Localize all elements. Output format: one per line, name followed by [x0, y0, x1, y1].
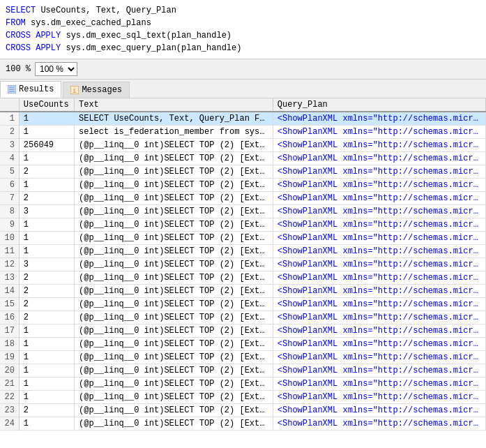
row-number: 1	[0, 112, 19, 126]
cell-queryplan[interactable]: <ShowPlanXML xmlns="http://schemas.micro…	[273, 192, 485, 205]
table-row: 181(@p__linq__0 int)SELECT TOP (2) [Exte…	[0, 338, 486, 351]
code-line-2: FROM sys.dm_exec_cached_plans	[6, 17, 480, 29]
table-row: 132(@p__linq__0 int)SELECT TOP (2) [Exte…	[0, 271, 486, 285]
row-number: 16	[0, 311, 19, 324]
cell-usecounts: 2	[19, 285, 74, 298]
row-number: 15	[0, 298, 19, 311]
table-row: 241(@p__linq__0 int)SELECT TOP (2) [Exte…	[0, 417, 486, 431]
cell-queryplan[interactable]: <ShowPlanXML xmlns="http://schemas.micro…	[273, 139, 485, 152]
cell-queryplan[interactable]: <ShowPlanXML xmlns="http://schemas.micro…	[273, 338, 485, 351]
results-icon	[8, 85, 16, 94]
row-number: 2	[0, 126, 19, 139]
code-line-1: SELECT UseCounts, Text, Query_Plan	[6, 4, 480, 17]
cell-text: (@p__linq__0 int)SELECT TOP (2) [Extent1…	[75, 271, 273, 285]
tab-results[interactable]: Results	[0, 81, 61, 98]
cell-queryplan[interactable]: <ShowPlanXML xmlns="http://schemas.micro…	[273, 179, 485, 192]
row-number: 14	[0, 285, 19, 298]
table-row: 83(@p__linq__0 int)SELECT TOP (2) [Exten…	[0, 205, 486, 218]
cell-queryplan[interactable]: <ShowPlanXML xmlns="http://schemas.micro…	[273, 378, 485, 391]
table-row: 101(@p__linq__0 int)SELECT TOP (2) [Exte…	[0, 232, 486, 245]
col-header-usecounts[interactable]: UseCounts	[19, 98, 74, 112]
cell-usecounts: 1	[19, 218, 74, 232]
cell-queryplan[interactable]: <ShowPlanXML xmlns="http://schemas.micro…	[273, 364, 485, 378]
table-row: 52(@p__linq__0 int)SELECT TOP (2) [Exten…	[0, 165, 486, 179]
cell-usecounts: 1	[19, 126, 74, 139]
cell-text: (@p__linq__0 int)SELECT TOP (2) [Extent1…	[75, 364, 273, 378]
cell-text: (@p__linq__0 int)SELECT TOP (2) [Extent1…	[75, 218, 273, 232]
cell-queryplan[interactable]: <ShowPlanXML xmlns="http://schemas.micro…	[273, 417, 485, 431]
row-number: 20	[0, 364, 19, 378]
table-row: 123(@p__linq__0 int)SELECT TOP (2) [Exte…	[0, 258, 486, 271]
tab-messages-label: Messages	[82, 85, 122, 95]
row-number: 10	[0, 232, 19, 245]
table-row: 11SELECT UseCounts, Text, Query_Plan FRO…	[0, 112, 486, 126]
cell-queryplan[interactable]: <ShowPlanXML xmlns="http://schemas.micro…	[273, 324, 485, 338]
table-row: 221(@p__linq__0 int)SELECT TOP (2) [Exte…	[0, 391, 486, 404]
cell-queryplan[interactable]: <ShowPlanXML xmlns="http://schemas.micro…	[273, 285, 485, 298]
col-header-text[interactable]: Text	[75, 98, 273, 112]
cell-queryplan[interactable]: <ShowPlanXML xmlns="http://schemas.micro…	[273, 391, 485, 404]
cell-text: (@p__linq__0 int)SELECT TOP (2) [Extent1…	[75, 258, 273, 271]
cell-usecounts: 1	[19, 324, 74, 338]
row-number: 5	[0, 165, 19, 179]
cell-text: (@p__linq__0 int)SELECT TOP (2) [Extent1…	[75, 152, 273, 165]
col-header-queryplan[interactable]: Query_Plan	[273, 98, 485, 112]
code-editor: SELECT UseCounts, Text, Query_Plan FROM …	[0, 0, 486, 59]
cell-queryplan[interactable]: <ShowPlanXML xmlns="http://schemas.micro…	[273, 165, 485, 179]
row-number: 24	[0, 417, 19, 431]
cell-queryplan[interactable]: <ShowPlanXML xmlns="http://schemas.micro…	[273, 351, 485, 364]
cell-usecounts: 1	[19, 351, 74, 364]
cell-usecounts: 2	[19, 165, 74, 179]
cell-usecounts: 1	[19, 391, 74, 404]
col-header-rownum	[0, 98, 19, 112]
code-line-3: CROSS APPLY sys.dm_exec_sql_text(plan_ha…	[6, 29, 480, 42]
cell-usecounts: 1	[19, 179, 74, 192]
cell-queryplan[interactable]: <ShowPlanXML xmlns="http://schemas.micro…	[273, 232, 485, 245]
cell-text: (@p__linq__0 int)SELECT TOP (2) [Extent1…	[75, 324, 273, 338]
table-row: 72(@p__linq__0 int)SELECT TOP (2) [Exten…	[0, 192, 486, 205]
zoom-select[interactable]: 100 % 75 % 125 % 150 %	[35, 62, 77, 76]
table-body: 11SELECT UseCounts, Text, Query_Plan FRO…	[0, 112, 486, 431]
cell-queryplan[interactable]: <ShowPlanXML xmlns="http://schemas.micro…	[273, 218, 485, 232]
table-row: 61(@p__linq__0 int)SELECT TOP (2) [Exten…	[0, 179, 486, 192]
table-row: 152(@p__linq__0 int)SELECT TOP (2) [Exte…	[0, 298, 486, 311]
cell-text: (@p__linq__0 int)SELECT TOP (2) [Extent1…	[75, 285, 273, 298]
row-number: 11	[0, 245, 19, 258]
table-row: 41(@p__linq__0 int)SELECT TOP (2) [Exten…	[0, 152, 486, 165]
table-row: 3256049(@p__linq__0 int)SELECT TOP (2) […	[0, 139, 486, 152]
table-row: 191(@p__linq__0 int)SELECT TOP (2) [Exte…	[0, 351, 486, 364]
cell-queryplan[interactable]: <ShowPlanXML xmlns="http://schemas.micro…	[273, 152, 485, 165]
row-number: 9	[0, 218, 19, 232]
cell-usecounts: 1	[19, 112, 74, 126]
table-row: 21select is_federation_member from sys.d…	[0, 126, 486, 139]
cell-queryplan[interactable]: <ShowPlanXML xmlns="http://schemas.micro…	[273, 258, 485, 271]
cell-usecounts: 2	[19, 298, 74, 311]
cell-text: (@p__linq__0 int)SELECT TOP (2) [Extent1…	[75, 391, 273, 404]
cell-queryplan[interactable]: <ShowPlanXML xmlns="http://schemas.micro…	[273, 205, 485, 218]
cell-usecounts: 2	[19, 271, 74, 285]
cell-usecounts: 3	[19, 205, 74, 218]
cell-usecounts: 2	[19, 192, 74, 205]
cell-usecounts: 1	[19, 417, 74, 431]
cell-text: (@p__linq__0 int)SELECT TOP (2) [Extent1…	[75, 404, 273, 417]
cell-queryplan[interactable]: <ShowPlanXML xmlns="http://schemas.micro…	[273, 271, 485, 285]
row-number: 13	[0, 271, 19, 285]
cell-queryplan[interactable]: <ShowPlanXML xmlns="http://schemas.micro…	[273, 298, 485, 311]
cell-text: (@p__linq__0 int)SELECT TOP (2) [Extent1…	[75, 232, 273, 245]
table-row: 171(@p__linq__0 int)SELECT TOP (2) [Exte…	[0, 324, 486, 338]
cell-usecounts: 1	[19, 232, 74, 245]
cell-queryplan[interactable]: <ShowPlanXML xmlns="http://schemas.micro…	[273, 311, 485, 324]
cell-queryplan[interactable]: <ShowPlanXML xmlns="http://schemas.micro…	[273, 404, 485, 417]
cell-usecounts: 3	[19, 258, 74, 271]
cell-queryplan[interactable]: <ShowPlanXML xmlns="http://schemas.micro…	[273, 112, 485, 126]
row-number: 17	[0, 324, 19, 338]
cell-queryplan[interactable]: <ShowPlanXML xmlns="http://schemas.micro…	[273, 245, 485, 258]
cell-queryplan[interactable]: <ShowPlanXML xmlns="http://schemas.micro…	[273, 126, 485, 139]
cell-text: (@p__linq__0 int)SELECT TOP (2) [Extent1…	[75, 245, 273, 258]
results-container[interactable]: UseCounts Text Query_Plan 11SELECT UseCo…	[0, 98, 486, 445]
row-number: 3	[0, 139, 19, 152]
tab-messages[interactable]: i Messages	[63, 82, 130, 98]
cell-usecounts: 1	[19, 152, 74, 165]
table-row: 111(@p__linq__0 int)SELECT TOP (2) [Exte…	[0, 245, 486, 258]
row-number: 22	[0, 391, 19, 404]
